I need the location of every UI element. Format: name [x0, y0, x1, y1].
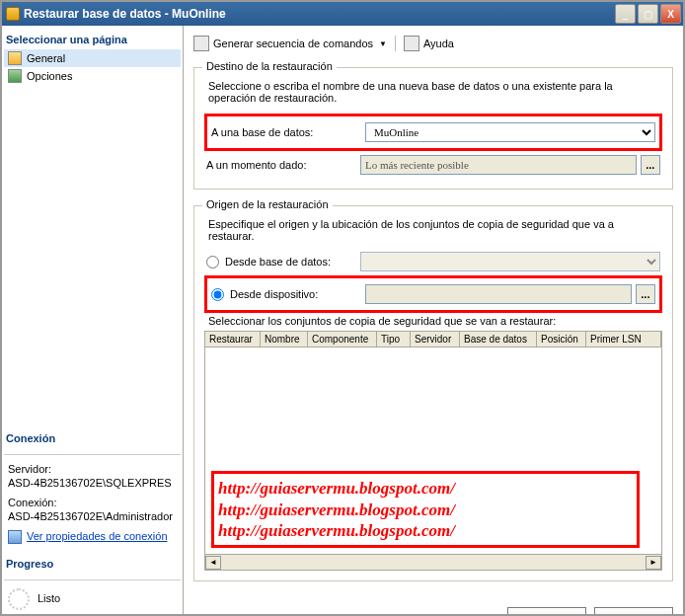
- ok-button[interactable]: Aceptar: [507, 607, 586, 614]
- page-selector-header: Seleccionar una página: [6, 34, 179, 45]
- col-primerlsn[interactable]: Primer LSN: [586, 332, 661, 346]
- origen-desc: Especifique el origen y la ubicación de …: [208, 218, 658, 242]
- backup-grid-header: Restaurar Nombre Componente Tipo Servido…: [204, 331, 662, 347]
- radio-from-device[interactable]: [211, 288, 224, 301]
- script-button[interactable]: Generar secuencia de comandos: [213, 38, 373, 49]
- progreso-header: Progreso: [6, 558, 179, 570]
- nav-item-general[interactable]: General: [4, 49, 181, 67]
- servidor-value: ASD-4B25136702E\SQLEXPRES: [8, 477, 177, 489]
- grid-header-label: Seleccionar los conjuntos de copia de se…: [208, 315, 658, 327]
- conexion-value: ASD-4B25136702E\Administrador: [8, 510, 177, 522]
- scroll-right-button[interactable]: ►: [646, 556, 661, 570]
- cancel-button[interactable]: Cancelar: [594, 607, 673, 614]
- db-select[interactable]: MuOnline: [365, 122, 655, 142]
- toolbar: Generar secuencia de comandos ▼ Ayuda: [193, 32, 673, 61]
- close-button[interactable]: X: [660, 4, 681, 24]
- col-posicion[interactable]: Posición: [537, 332, 586, 346]
- col-nombre[interactable]: Nombre: [261, 332, 308, 346]
- db-label: A una base de datos:: [211, 126, 359, 138]
- conexion-header: Conexión: [6, 432, 179, 444]
- from-db-select: [360, 252, 660, 271]
- help-icon: [404, 36, 419, 51]
- main-panel: Generar secuencia de comandos ▼ Ayuda De…: [184, 26, 683, 614]
- radio-from-db[interactable]: [206, 256, 219, 269]
- device-row-highlight: Desde dispositivo: ...: [204, 275, 662, 313]
- conexion-label: Conexión:: [8, 497, 177, 508]
- script-icon: [193, 36, 209, 51]
- col-tipo[interactable]: Tipo: [377, 332, 411, 346]
- col-basedatos[interactable]: Base de datos: [460, 332, 537, 346]
- time-browse-button[interactable]: ...: [641, 155, 660, 175]
- window-title: Restaurar base de datos - MuOnline: [24, 7, 615, 21]
- time-input: [360, 155, 637, 175]
- col-restaurar[interactable]: Restaurar: [205, 332, 261, 346]
- servidor-label: Servidor:: [8, 463, 177, 475]
- app-icon: [6, 7, 20, 21]
- nav-label: General: [27, 52, 65, 64]
- properties-icon: [8, 530, 22, 544]
- radio-from-db-label: Desde base de datos:: [225, 256, 331, 268]
- chevron-down-icon[interactable]: ▼: [379, 39, 387, 48]
- titlebar: Restaurar base de datos - MuOnline _ ▢ X: [2, 2, 683, 26]
- progress-spinner-icon: [8, 588, 30, 610]
- opciones-icon: [8, 69, 22, 83]
- destino-desc: Seleccione o escriba el nombre de una nu…: [208, 80, 658, 104]
- progress-status: Listo: [38, 592, 60, 604]
- watermark: http://guiaservermu.blogspot.com/ http:/…: [211, 471, 640, 548]
- device-browse-button[interactable]: ...: [636, 284, 655, 304]
- device-path-input: [365, 284, 632, 304]
- nav-label: Opciones: [27, 70, 72, 82]
- help-button[interactable]: Ayuda: [423, 38, 454, 49]
- db-row-highlight: A una base de datos: MuOnline: [204, 114, 662, 151]
- radio-from-device-label: Desde dispositivo:: [230, 288, 318, 300]
- origen-group: Origen de la restauración Especifique el…: [193, 205, 673, 581]
- col-componente[interactable]: Componente: [308, 332, 377, 346]
- grid-hscrollbar[interactable]: ◄ ►: [204, 555, 662, 571]
- restore-db-window: Restaurar base de datos - MuOnline _ ▢ X…: [0, 0, 685, 616]
- left-panel: Seleccionar una página General Opciones …: [2, 26, 184, 614]
- nav-item-opciones[interactable]: Opciones: [4, 67, 181, 85]
- destino-group: Destino de la restauración Seleccione o …: [193, 67, 673, 190]
- backup-grid-body[interactable]: http://guiaservermu.blogspot.com/ http:/…: [204, 347, 662, 555]
- general-icon: [8, 51, 22, 65]
- ver-propiedades-link[interactable]: Ver propiedades de conexión: [27, 530, 168, 542]
- destino-title: Destino de la restauración: [202, 60, 337, 72]
- time-label: A un momento dado:: [206, 159, 354, 171]
- scroll-left-button[interactable]: ◄: [205, 556, 221, 570]
- minimize-button[interactable]: _: [615, 4, 636, 24]
- col-servidor[interactable]: Servidor: [411, 332, 460, 346]
- maximize-button[interactable]: ▢: [638, 4, 658, 24]
- origen-title: Origen de la restauración: [202, 198, 333, 210]
